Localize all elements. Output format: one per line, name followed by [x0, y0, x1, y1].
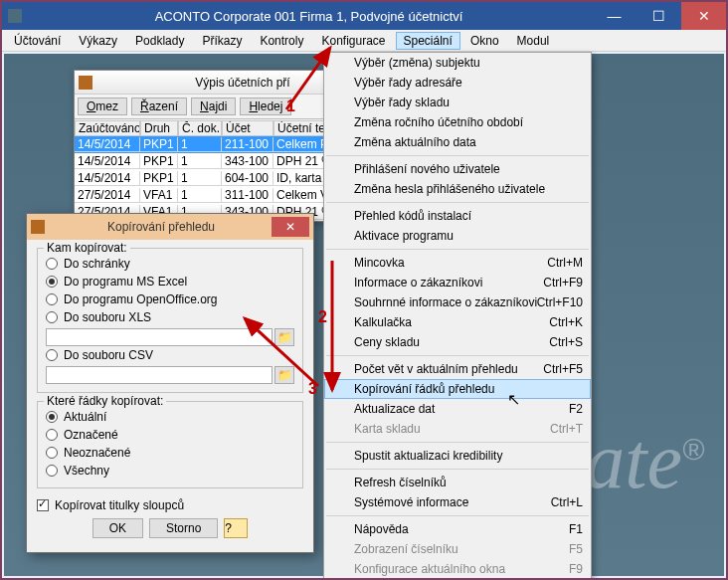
- menu-item[interactable]: Refresh číselníků: [324, 473, 591, 492]
- menu-item-label: Karta skladu: [354, 422, 421, 436]
- cursor-icon: ↖: [507, 390, 520, 409]
- cell: 1: [178, 188, 222, 203]
- menu-shortcut: Ctrl+M: [547, 256, 583, 270]
- menu-item[interactable]: Přehled kódů instalací: [324, 206, 591, 226]
- menu-item-label: Aktivace programu: [354, 229, 454, 243]
- radio-option[interactable]: Označené: [46, 426, 294, 444]
- menu-modul[interactable]: Modul: [509, 32, 558, 50]
- cancel-button[interactable]: Storno: [149, 518, 218, 538]
- path-input[interactable]: [46, 366, 273, 384]
- menu-item-label: Výběr řady adresáře: [354, 76, 462, 90]
- radio-icon: [46, 349, 58, 361]
- cell: 211-100: [222, 137, 273, 152]
- menu-item[interactable]: Počet vět v aktuálním přehleduCtrl+F5: [324, 359, 591, 379]
- menu-shortcut: Ctrl+S: [549, 335, 583, 349]
- toolbar-řazení[interactable]: Řazení: [131, 97, 187, 115]
- browse-button[interactable]: 📁: [274, 366, 294, 384]
- menu-item-label: Kopírování řádků přehledu: [354, 382, 494, 396]
- radio-option[interactable]: Do programu MS Excel: [46, 273, 294, 290]
- radio-label: Do souboru CSV: [64, 348, 153, 362]
- radio-option[interactable]: Do schránky: [46, 255, 294, 273]
- menu-item-label: Aktualizace dat: [354, 402, 435, 416]
- radio-label: Aktuální: [64, 410, 106, 424]
- menu-item[interactable]: MincovkaCtrl+M: [324, 253, 591, 273]
- toolbar-hledej[interactable]: Hledej: [240, 97, 291, 115]
- menu-konfigurace[interactable]: Konfigurace: [313, 32, 393, 50]
- col-header[interactable]: Č. dok.: [178, 120, 222, 136]
- menu-item[interactable]: Přihlášení nového uživatele: [324, 159, 591, 179]
- group-rows: Které řádky kopírovat: AktuálníOznačenéN…: [37, 401, 303, 488]
- menu-item[interactable]: Změna ročního účetního období: [324, 112, 591, 132]
- menu-item[interactable]: Ceny skladuCtrl+S: [324, 332, 591, 352]
- menu-shortcut: F5: [569, 542, 583, 556]
- radio-option[interactable]: Do souboru XLS: [46, 308, 294, 326]
- minimize-button[interactable]: —: [592, 2, 637, 30]
- menubar: ÚčtováníVýkazyPodkladyPříkazyKontrolyKon…: [2, 30, 726, 52]
- toolbar-najdi[interactable]: Najdi: [191, 97, 236, 115]
- menu-podklady[interactable]: Podklady: [127, 32, 192, 50]
- radio-label: Označené: [64, 428, 118, 442]
- menu-separator: [326, 355, 589, 356]
- ok-button[interactable]: OK: [92, 518, 143, 538]
- menu-item[interactable]: Výběr řady adresáře: [324, 73, 591, 93]
- menu-item-label: Změna hesla přihlášeného uživatele: [354, 182, 545, 196]
- menu-item[interactable]: Změna aktuálního data: [324, 132, 591, 152]
- toolbar-omez[interactable]: Omez: [78, 97, 127, 115]
- copy-titles-label: Kopírovat titulky sloupců: [55, 498, 184, 512]
- cell: 14/5/2014: [75, 171, 140, 186]
- col-header[interactable]: Druh: [140, 120, 178, 136]
- radio-icon: [46, 276, 58, 288]
- cell: 27/5/2014: [75, 188, 140, 203]
- radio-option[interactable]: Do programu OpenOffice.org: [46, 290, 294, 308]
- menu-item[interactable]: Spustit aktualizaci kredibility: [324, 446, 591, 466]
- maximize-button[interactable]: ☐: [637, 2, 681, 30]
- close-button[interactable]: ✕: [681, 2, 726, 30]
- browse-button[interactable]: 📁: [274, 328, 294, 346]
- menu-item-label: Mincovka: [354, 256, 405, 270]
- radio-icon: [46, 447, 58, 459]
- radio-option[interactable]: Neoznačené: [46, 444, 294, 462]
- radio-option[interactable]: Všechny: [46, 462, 294, 480]
- menu-item: Karta skladuCtrl+T: [324, 419, 591, 439]
- menu-item-label: Souhrnné informace o zákazníkovi: [354, 295, 537, 309]
- menu-výkazy[interactable]: Výkazy: [71, 32, 125, 50]
- menu-speciální[interactable]: Speciální: [396, 32, 460, 50]
- menu-item[interactable]: Výběr (změna) subjektu: [324, 53, 591, 73]
- menu-item[interactable]: Kopírování řádků přehledu: [324, 379, 591, 399]
- menu-příkazy[interactable]: Příkazy: [194, 32, 250, 50]
- menu-okno[interactable]: Okno: [462, 32, 507, 50]
- cell: 1: [178, 154, 222, 169]
- menu-item[interactable]: Systémové informaceCtrl+L: [324, 492, 591, 512]
- radio-label: Do programu MS Excel: [64, 275, 187, 289]
- copy-titles-check[interactable]: Kopírovat titulky sloupců: [37, 496, 303, 514]
- titlebar: ACONTO Corporate 001 Firma 1, Podvojné ú…: [2, 2, 726, 30]
- menu-kontroly[interactable]: Kontroly: [252, 32, 311, 50]
- menu-item[interactable]: KalkulačkaCtrl+K: [324, 312, 591, 332]
- menu-item[interactable]: NápovědaF1: [324, 519, 591, 539]
- cell: PKP1: [140, 137, 178, 152]
- menu-item[interactable]: Aktualizace datF2: [324, 399, 591, 419]
- radio-label: Do programu OpenOffice.org: [64, 292, 218, 306]
- radio-icon: [46, 429, 58, 441]
- menu-item[interactable]: Souhrnné informace o zákazníkoviCtrl+F10: [324, 292, 591, 312]
- menu-item[interactable]: Informace o zákazníkoviCtrl+F9: [324, 273, 591, 292]
- menu-účtování[interactable]: Účtování: [6, 32, 69, 50]
- menu-item-label: Výběr (změna) subjektu: [354, 56, 480, 70]
- help-button[interactable]: ?: [224, 518, 248, 538]
- menu-item-label: Zobrazení číselníku: [354, 542, 458, 556]
- menu-item[interactable]: Aktivace programu: [324, 226, 591, 246]
- col-header[interactable]: Zaúčtováno: [75, 120, 140, 136]
- radio-option[interactable]: Do souboru CSV: [46, 346, 294, 364]
- dialog-titlebar[interactable]: Kopírování přehledu ✕: [27, 214, 313, 240]
- menu-item-label: Informace o zákazníkovi: [354, 276, 482, 290]
- menu-item-label: Počet vět v aktuálním přehledu: [354, 362, 518, 376]
- arrow-label-3: 3: [308, 380, 317, 398]
- radio-label: Neoznačené: [64, 446, 130, 460]
- path-input[interactable]: [46, 328, 273, 346]
- menu-item[interactable]: Změna hesla přihlášeného uživatele: [324, 179, 591, 199]
- radio-option[interactable]: Aktuální: [46, 408, 294, 426]
- dialog-close-button[interactable]: ✕: [272, 217, 309, 237]
- menu-item[interactable]: Výběr řady skladu: [324, 93, 591, 112]
- radio-icon: [46, 411, 58, 423]
- col-header[interactable]: Účet: [222, 120, 273, 136]
